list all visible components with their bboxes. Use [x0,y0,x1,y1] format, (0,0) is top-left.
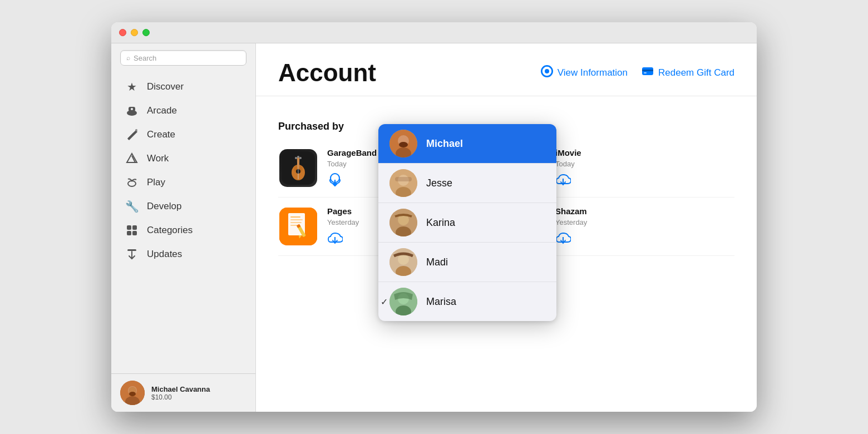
svg-rect-24 [642,70,653,71]
search-container[interactable]: ⌕ Search [111,50,255,75]
sidebar-user-avatar [120,381,145,405]
sidebar-footer[interactable]: Michael Cavanna $10.00 [111,373,255,412]
create-icon [125,127,139,142]
svg-rect-13 [132,231,137,235]
search-icon: ⌕ [126,54,130,62]
app-name-shazam: Shazam [555,206,587,216]
arcade-icon [125,103,139,118]
app-details-shazam: Shazam Yesterday [555,206,587,246]
app-date-garageband: Today [327,160,377,168]
redeem-gift-card-label: Redeem Gift Card [658,67,734,78]
app-details-garageband: GarageBand Today [327,148,377,188]
categories-icon [125,223,139,238]
sidebar-item-develop[interactable]: 🔧 Develop [116,195,251,218]
download-button-shazam[interactable] [555,231,571,246]
svg-rect-49 [290,222,302,223]
maximize-button[interactable] [142,29,150,36]
app-name-garageband: GarageBand [327,148,377,157]
view-information-icon [540,65,554,81]
sidebar-label-create: Create [147,129,175,140]
app-date-shazam: Yesterday [555,218,587,226]
svg-rect-10 [127,225,131,230]
svg-marker-6 [127,154,137,162]
dropdown-avatar-michael [389,130,417,157]
svg-point-2 [131,108,133,110]
sidebar-label-develop: Develop [147,201,181,212]
dropdown-item-marisa[interactable]: ✓ Marisa [378,282,556,321]
svg-point-36 [299,157,302,159]
dropdown-item-karina[interactable]: Karina [378,203,556,242]
updates-icon [125,247,139,262]
sidebar-label-arcade: Arcade [147,105,177,116]
dropdown-avatar-karina [389,209,417,236]
search-placeholder: Search [134,54,156,62]
svg-point-9 [131,180,133,182]
sidebar-item-create[interactable]: Create [116,123,251,146]
app-name-pages: Pages [327,206,359,216]
page-title: Account [278,59,376,87]
main-content: Account View Information [256,43,757,412]
svg-point-5 [135,129,137,131]
nav-list: ★ Discover Arcade [111,75,255,373]
dropdown-item-madi[interactable]: Madi [378,242,556,282]
play-icon [125,175,139,190]
minimize-button[interactable] [131,29,138,36]
sidebar-label-categories: Categories [147,225,193,236]
sidebar-user-info: Michael Cavanna $10.00 [151,385,210,401]
svg-rect-65 [395,177,412,181]
sidebar: ⌕ Search ★ Discover [111,43,256,412]
sidebar-item-updates[interactable]: Updates [116,243,251,266]
sidebar-item-arcade[interactable]: Arcade [116,99,251,122]
sidebar-label-updates: Updates [147,249,182,260]
download-button-garageband[interactable] [327,172,343,188]
svg-point-35 [297,156,299,158]
main-body: Purchased by [256,96,757,412]
view-information-label: View Information [558,67,628,78]
svg-rect-47 [290,216,300,218]
download-button-imovie[interactable] [555,172,571,188]
view-information-button[interactable]: View Information [540,65,628,81]
svg-point-34 [295,157,297,159]
sidebar-item-work[interactable]: Work [116,147,251,170]
app-body: ⌕ Search ★ Discover [111,43,757,412]
download-button-pages[interactable] [327,231,343,246]
app-details-pages: Pages Yesterday [327,206,359,246]
checkmark-icon: ✓ [381,297,388,307]
dropdown-name-madi: Madi [426,257,448,268]
develop-icon: 🔧 [125,199,139,214]
header-actions: View Information Redeem Gift Card [540,65,734,81]
sidebar-label-discover: Discover [147,81,184,92]
sidebar-label-play: Play [147,177,165,188]
svg-point-19 [129,392,136,396]
titlebar [111,22,757,43]
svg-point-61 [399,142,408,147]
dropdown-avatar-jesse [389,169,417,197]
dropdown-name-jesse: Jesse [426,177,452,189]
dropdown-avatar-marisa [389,288,417,315]
dropdown-item-jesse[interactable]: Jesse [378,163,556,203]
dropdown-item-michael[interactable]: Michael [378,124,556,163]
svg-rect-14 [127,249,136,251]
app-date-imovie: Today [555,160,581,168]
app-icon-pages [278,206,318,246]
svg-rect-12 [127,231,131,235]
dropdown-name-marisa: Marisa [426,296,456,308]
search-box[interactable]: ⌕ Search [120,50,246,66]
redeem-icon [641,65,654,81]
user-dropdown: Michael Jesse [378,124,556,321]
app-details-imovie: iMovie Today [555,148,581,188]
sidebar-item-discover[interactable]: ★ Discover [116,75,251,98]
sidebar-user-name: Michael Cavanna [151,385,210,393]
app-date-pages: Yesterday [327,218,359,226]
svg-rect-25 [644,72,647,73]
sidebar-item-categories[interactable]: Categories [116,219,251,242]
app-icon-garageband [278,148,318,188]
svg-rect-11 [132,225,137,230]
redeem-gift-card-button[interactable]: Redeem Gift Card [641,65,734,81]
main-header: Account View Information [256,43,757,96]
sidebar-item-play[interactable]: Play [116,171,251,194]
sidebar-label-work: Work [147,153,169,164]
close-button[interactable] [119,29,126,36]
work-icon [125,151,139,166]
app-window: ⌕ Search ★ Discover [111,22,757,412]
